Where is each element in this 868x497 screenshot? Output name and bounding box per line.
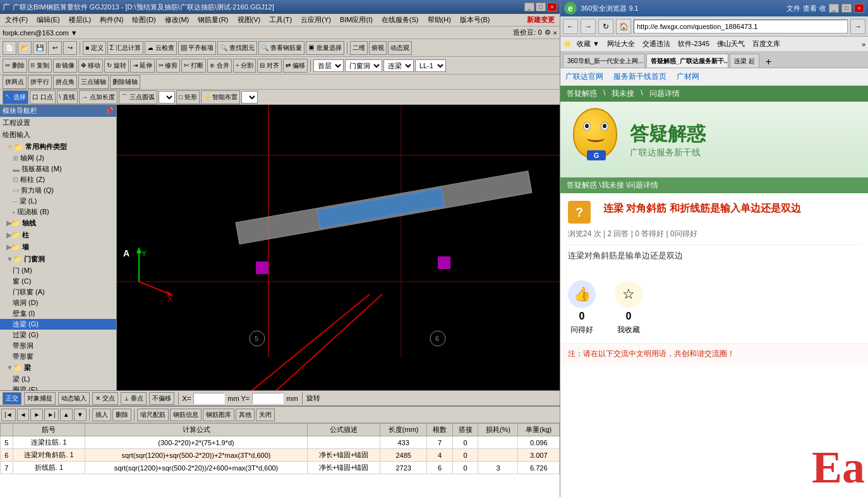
other-btn[interactable]: 其他 xyxy=(236,409,255,421)
home-btn[interactable]: 🏠 xyxy=(616,19,631,34)
sidebar-group-common[interactable]: ▼📁 常用构件类型 xyxy=(0,141,116,153)
go-btn[interactable]: → xyxy=(850,19,865,34)
scale-rebar-btn[interactable]: 缩尺配筋 xyxy=(137,409,169,421)
nav-up-btn[interactable]: ▲ xyxy=(60,409,73,421)
smart-place-btn[interactable]: ⚡ 智能布置 xyxy=(201,90,241,104)
sidebar-project-settings[interactable]: 工程设置 xyxy=(0,117,116,129)
browser-tab-360[interactable]: 360导航_新一代安全上网... xyxy=(563,54,645,68)
tab-close-btn[interactable]: 关闭 xyxy=(256,409,275,421)
del-axis-btn[interactable]: 删除辅轴 xyxy=(110,75,140,89)
two-point-btn[interactable]: 拼两点 xyxy=(3,75,27,89)
menu-component[interactable]: 构件(N) xyxy=(96,15,127,25)
sidebar-item-strip-window[interactable]: 带形窗 xyxy=(0,351,116,362)
settings-icon[interactable]: ⚙ xyxy=(545,28,551,37)
break-btn[interactable]: ✄ 打断 xyxy=(181,59,206,73)
sidebar-item-strip-hole[interactable]: 带形洞 xyxy=(0,340,116,351)
undo-btn[interactable]: ↩ xyxy=(48,41,62,55)
elem-name-select[interactable]: 连梁 xyxy=(383,59,414,72)
line-btn[interactable]: \ 直线 xyxy=(57,90,78,104)
link-glodon[interactable]: 广联达官网 xyxy=(565,71,603,82)
table-row[interactable]: 6 连梁对角斜筋. 1 sqrt(sqr(1200)+sqr(500-2*20)… xyxy=(1,449,560,462)
move-btn[interactable]: ✥ 移动 xyxy=(78,59,103,73)
sidebar-item-raft[interactable]: ▬筏板基础 (M) xyxy=(0,164,116,174)
menu-file[interactable]: 文件(F) xyxy=(1,15,32,25)
three-pt-axis-btn[interactable]: 三点辅轴 xyxy=(78,75,109,89)
sidebar-group-axis[interactable]: ▶📁 轴线 xyxy=(0,217,116,229)
batch-select-btn[interactable]: ▣ 批量选择 xyxy=(306,41,344,55)
insert-btn[interactable]: 插入 xyxy=(92,409,111,421)
bookmark-more[interactable]: » xyxy=(862,40,865,48)
x-coord-input[interactable] xyxy=(193,393,225,404)
menu-modify[interactable]: 修改(M) xyxy=(161,15,193,25)
nav-prev-btn[interactable]: ◄ xyxy=(17,409,30,421)
sidebar-group-col[interactable]: ▶📁 柱 xyxy=(0,229,116,241)
rect-btn[interactable]: □ 矩形 xyxy=(176,90,200,104)
find-elem-btn[interactable]: 🔍 查找图元 xyxy=(217,41,257,55)
copy-btn[interactable]: ⎘ 复制 xyxy=(28,59,52,73)
menu-rebar[interactable]: 钢筋量(R) xyxy=(194,15,232,25)
open-btn[interactable]: 📂 xyxy=(18,41,32,55)
trim-btn[interactable]: ✂ 修剪 xyxy=(156,59,181,73)
forward-btn[interactable]: → xyxy=(581,19,596,34)
sidebar-item-lian-beam[interactable]: 连梁 (G) xyxy=(0,319,116,330)
delete-row-btn[interactable]: 删除 xyxy=(112,409,131,421)
extend-btn[interactable]: ⇥ 延伸 xyxy=(130,59,155,73)
browser-file-menu[interactable]: 文件 xyxy=(787,4,800,13)
browser-view-menu[interactable]: 查看 xyxy=(803,4,817,13)
browser-close[interactable]: × xyxy=(854,4,864,13)
bookmark-software[interactable]: 软件-2345 xyxy=(675,38,712,50)
align-btn[interactable]: ⊟ 对齐 xyxy=(257,59,282,73)
nav-last-btn[interactable]: ►| xyxy=(44,409,59,421)
maximize-btn[interactable]: □ xyxy=(536,3,546,11)
close-btn[interactable]: × xyxy=(547,3,557,11)
menu-tools[interactable]: 工具(T) xyxy=(265,15,296,25)
table-row[interactable]: 5 连梁拉筋. 1 (300-2*20)+2*(75+1.9*d) 433 7 … xyxy=(1,436,560,449)
y-coord-input[interactable] xyxy=(252,393,284,404)
floor-select[interactable]: 首层 xyxy=(313,59,344,72)
mirror-btn[interactable]: ⊞ 镜像 xyxy=(53,59,78,73)
view-rebar-btn[interactable]: 🔍 查看钢筋量 xyxy=(258,41,304,55)
dynamic-btn[interactable]: 动态观 xyxy=(388,41,412,55)
menu-edit[interactable]: 编辑(E) xyxy=(33,15,64,25)
sidebar-item-ring-beam[interactable]: 圈梁 (E) xyxy=(0,385,116,390)
sum-btn[interactable]: Σ 汇总计算 xyxy=(107,41,143,55)
cloud-check-btn[interactable]: ☁ 云检查 xyxy=(145,41,177,55)
link-service[interactable]: 服务新干线首页 xyxy=(613,71,666,82)
link-materials[interactable]: 广材网 xyxy=(677,71,699,82)
bookmark-baidu[interactable]: 百度文库 xyxy=(750,38,783,50)
back-btn[interactable]: ← xyxy=(563,19,578,34)
star-action[interactable]: ☆ 0 我收藏 xyxy=(615,280,642,335)
new-btn[interactable]: 📄 xyxy=(3,41,16,55)
menu-draw[interactable]: 绘图(D) xyxy=(128,15,159,25)
sidebar-item-over-beam[interactable]: 过梁 (G) xyxy=(0,330,116,340)
elem-type-select[interactable]: 门窗洞 xyxy=(345,59,382,72)
rebar-lib-btn[interactable]: 钢筋图库 xyxy=(203,409,234,421)
bookmark-weather[interactable]: 佛山天气 xyxy=(714,38,747,50)
divide-btn[interactable]: ÷ 分割 xyxy=(233,59,256,73)
redo-btn[interactable]: ↪ xyxy=(63,41,77,55)
sidebar-item-window[interactable]: 窗 (C) xyxy=(0,276,116,287)
no-offset-btn[interactable]: 不偏移 xyxy=(149,392,174,405)
new-tab-btn[interactable]: + xyxy=(761,56,776,68)
nav-down-btn[interactable]: ▼ xyxy=(74,409,87,421)
offset-btn[interactable]: ⇄ 偏移 xyxy=(283,59,308,73)
nav-next-btn[interactable]: ► xyxy=(30,409,43,421)
browser-misc-menu[interactable]: 收 xyxy=(819,4,826,13)
qa-nav-home[interactable]: 答疑解惑 xyxy=(567,88,597,99)
point-btn[interactable]: 口 口点 xyxy=(30,90,56,104)
menu-view[interactable]: 视图(V) xyxy=(234,15,265,25)
close-panel-icon[interactable]: × xyxy=(553,29,557,37)
arc-btn[interactable]: ⌒ 三点圆弧 xyxy=(119,90,157,104)
delete-btn[interactable]: ✂ 删除 xyxy=(3,59,27,73)
sidebar-item-wall-hole[interactable]: 墙洞 (D) xyxy=(0,297,116,308)
sidebar-group-beam[interactable]: ▼📁 梁 xyxy=(0,362,116,374)
thumb-up-action[interactable]: 👍 0 问得好 xyxy=(568,280,596,335)
sidebar-group-openings[interactable]: ▼📁 门窗洞 xyxy=(0,253,116,265)
bookmark-traffic[interactable]: 交通违法 xyxy=(640,38,673,50)
arc-select[interactable] xyxy=(159,91,175,104)
sidebar-item-beam-l[interactable]: 梁 (L) xyxy=(0,374,116,385)
top-view-btn[interactable]: 俯视 xyxy=(369,41,387,55)
browser-minimize[interactable]: _ xyxy=(829,4,839,13)
sidebar-item-door[interactable]: 门 (M) xyxy=(0,265,116,276)
sidebar-item-column[interactable]: ⊡框柱 (Z) xyxy=(0,174,116,185)
